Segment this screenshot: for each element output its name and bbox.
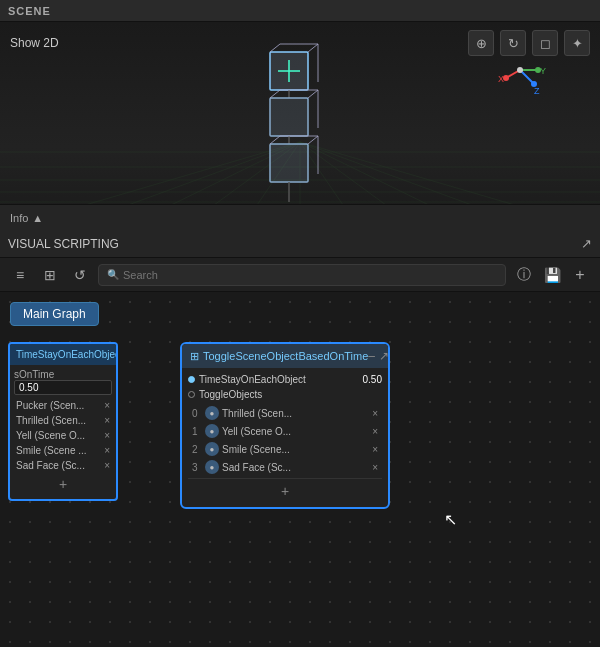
list-item-remove-4[interactable]: ×	[104, 460, 110, 471]
list-item-name: Yell (Scene O...	[16, 430, 104, 441]
svg-point-48	[503, 75, 509, 81]
toolbar-icons: ⊕ ↻ ◻ ✦	[468, 30, 590, 56]
toggle-item-remove-2[interactable]: ×	[372, 444, 378, 455]
main-node-expand-icon[interactable]: ↗	[379, 349, 389, 363]
list-item-remove-1[interactable]: ×	[104, 415, 110, 426]
vs-grid-button[interactable]: ⊞	[38, 263, 62, 287]
toggle-item-name-3: Sad Face (Sc...	[222, 462, 369, 473]
list-item: Thrilled (Scen... ×	[14, 413, 112, 428]
main-node-grid-icon: ⊞	[190, 350, 199, 363]
vs-refresh-button[interactable]: ↺	[68, 263, 92, 287]
info-caret-icon: ▲	[32, 212, 43, 224]
cursor-indicator: ↖	[444, 510, 460, 530]
toggle-item-3: 3 ● Sad Face (Sc... ×	[188, 458, 382, 476]
toggle-item-remove-1[interactable]: ×	[372, 426, 378, 437]
toggle-item-name-1: Yell (Scene O...	[222, 426, 369, 437]
main-graph-button[interactable]: Main Graph	[10, 302, 99, 326]
vs-toolbar: ≡ ⊞ ↺ 🔍 ⓘ 💾 +	[0, 258, 600, 292]
scale-tool-button[interactable]: ◻	[532, 30, 558, 56]
left-node-body: sOnTime 0.50 Pucker (Scen... × Thrilled …	[10, 365, 116, 499]
search-icon: 🔍	[107, 269, 119, 280]
info-label: Info	[10, 212, 28, 224]
left-node-title: TimeStayOnEachObject	[16, 349, 118, 360]
vs-title: VISUAL SCRIPTING	[8, 237, 119, 251]
show-2d-button[interactable]: Show 2D	[10, 36, 59, 50]
svg-text:X: X	[498, 74, 504, 84]
vs-add-button[interactable]: +	[568, 263, 592, 287]
info-bar[interactable]: Info ▲	[0, 204, 600, 230]
vs-save-button[interactable]: 💾	[540, 263, 564, 287]
scene-header: SCENE	[0, 0, 600, 22]
vs-header-left: VISUAL SCRIPTING	[8, 237, 119, 251]
svg-text:Y: Y	[540, 66, 546, 76]
scene-panel: SCENE	[0, 0, 600, 230]
main-node-add-button[interactable]: +	[188, 478, 382, 503]
vs-content: Main Graph TimeStayOnEachObject ↗ sOnTim…	[0, 292, 600, 647]
left-node-add-button[interactable]: +	[14, 473, 112, 495]
search-input[interactable]	[123, 269, 497, 281]
svg-text:Z: Z	[534, 86, 540, 96]
vs-panel: VISUAL SCRIPTING ↗ ≡ ⊞ ↺ 🔍 ⓘ 💾 + Main Gr…	[0, 230, 600, 647]
viewport: Y Z X 📷 Show 2D ⊕ ↻ ◻	[0, 22, 600, 230]
main-node-row-2: ToggleObjects	[188, 387, 382, 402]
rotate-tool-button[interactable]: ↻	[500, 30, 526, 56]
main-node-panel: ⊞ ToggleSceneObjectBasedOnTime – ↗ TimeS…	[180, 342, 390, 509]
list-item: Sad Face (Sc... ×	[14, 458, 112, 473]
toggle-item-1: 1 ● Yell (Scene O... ×	[188, 422, 382, 440]
transform-tool-button[interactable]: ✦	[564, 30, 590, 56]
main-node-title: ⊞ ToggleSceneObjectBasedOnTime	[190, 350, 368, 363]
node-input-dot-2	[188, 391, 195, 398]
toggle-item-icon-0: ●	[205, 406, 219, 420]
node-input-dot	[188, 376, 195, 383]
vs-header: VISUAL SCRIPTING ↗	[0, 230, 600, 258]
toggle-item-2: 2 ● Smile (Scene... ×	[188, 440, 382, 458]
left-node-field-value[interactable]: 0.50	[14, 380, 112, 395]
list-item: Yell (Scene O... ×	[14, 428, 112, 443]
list-item: Smile (Scene ... ×	[14, 443, 112, 458]
toggle-item-num-3: 3	[192, 462, 202, 473]
svg-point-49	[535, 67, 541, 73]
left-node-field-label: sOnTime	[14, 369, 112, 380]
svg-point-46	[517, 67, 523, 73]
main-node-minimize-icon[interactable]: –	[368, 349, 375, 363]
left-node-field: sOnTime 0.50	[14, 369, 112, 395]
toggle-item-name-0: Thrilled (Scen...	[222, 408, 369, 419]
vs-expand-icon[interactable]: ↗	[581, 236, 592, 251]
toggle-item-remove-3[interactable]: ×	[372, 462, 378, 473]
left-node-header: TimeStayOnEachObject ↗	[10, 344, 116, 365]
toggle-item-num-0: 0	[192, 408, 202, 419]
scene-title: SCENE	[8, 5, 51, 17]
svg-point-47	[531, 81, 537, 87]
list-item-name: Thrilled (Scen...	[16, 415, 104, 426]
list-item-remove-0[interactable]: ×	[104, 400, 110, 411]
node-row-value-1: 0.50	[363, 374, 382, 385]
move-tool-button[interactable]: ⊕	[468, 30, 494, 56]
toggle-item-name-2: Smile (Scene...	[222, 444, 369, 455]
toggle-item-num-1: 1	[192, 426, 202, 437]
list-item-name: Sad Face (Sc...	[16, 460, 104, 471]
list-item-name: Smile (Scene ...	[16, 445, 104, 456]
node-row-label-2: ToggleObjects	[199, 389, 382, 400]
vs-toolbar-right: ⓘ 💾 +	[512, 263, 592, 287]
list-item: Pucker (Scen... ×	[14, 398, 112, 413]
list-item-remove-3[interactable]: ×	[104, 445, 110, 456]
vs-search-box[interactable]: 🔍	[98, 264, 506, 286]
vs-info-button[interactable]: ⓘ	[512, 263, 536, 287]
toggle-item-icon-1: ●	[205, 424, 219, 438]
svg-rect-34	[270, 144, 308, 182]
main-node-header: ⊞ ToggleSceneObjectBasedOnTime – ↗	[182, 344, 388, 368]
list-item-name: Pucker (Scen...	[16, 400, 104, 411]
toolbar-row: Show 2D ⊕ ↻ ◻ ✦	[10, 30, 590, 56]
main-node-icons: – ↗	[368, 349, 389, 363]
toggle-item-num-2: 2	[192, 444, 202, 455]
svg-rect-28	[270, 98, 308, 136]
left-node-panel: TimeStayOnEachObject ↗ sOnTime 0.50 Puck…	[8, 342, 118, 501]
main-node-row-1: TimeStayOnEachObject 0.50	[188, 372, 382, 387]
list-item-remove-2[interactable]: ×	[104, 430, 110, 441]
toggle-item-icon-2: ●	[205, 442, 219, 456]
vs-menu-button[interactable]: ≡	[8, 263, 32, 287]
toggle-objects-section: 0 ● Thrilled (Scen... × 1 ● Yell (Scene …	[188, 404, 382, 476]
toggle-item-remove-0[interactable]: ×	[372, 408, 378, 419]
toggle-item-icon-3: ●	[205, 460, 219, 474]
main-node-body: TimeStayOnEachObject 0.50 ToggleObjects …	[182, 368, 388, 507]
